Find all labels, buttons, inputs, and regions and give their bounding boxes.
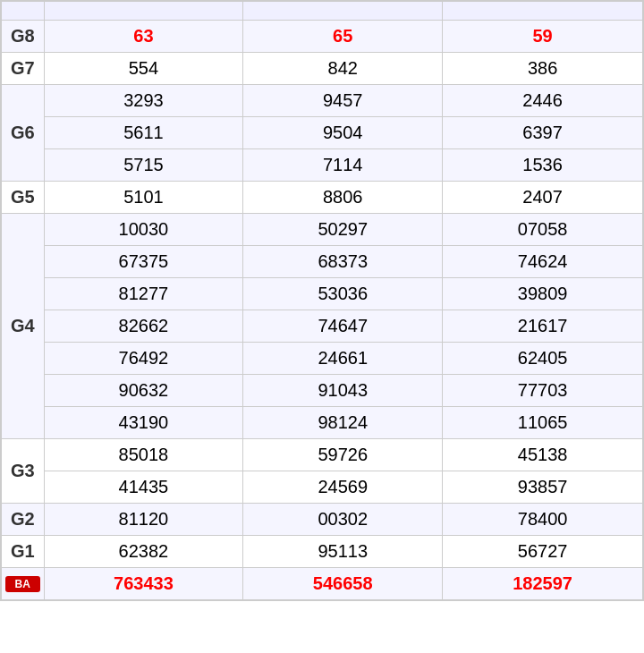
val-g5-1: 5101 [44, 182, 243, 214]
lottery-table: G8 63 65 59 G7 554 842 386 G6 3293 9457 … [0, 0, 644, 601]
val-g6-2-1: 9504 [243, 117, 443, 149]
val-g4-3-1: 74624 [443, 246, 643, 278]
val-g3-3-0: 45138 [443, 439, 643, 471]
val-g3-2-0: 59726 [243, 439, 443, 471]
val-g6-1-0: 3293 [44, 85, 243, 117]
val-g6-2-2: 7114 [243, 149, 443, 182]
val-g6-3-2: 1536 [443, 149, 643, 182]
val-g4-3-4: 62405 [443, 343, 643, 375]
val-g6-1-2: 5715 [44, 149, 243, 182]
val-g8-3: 59 [443, 21, 643, 53]
label-g2: G2 [1, 504, 44, 536]
row-g5: G5 5101 8806 2407 [1, 182, 643, 214]
row-g6-1: 5611 9504 6397 [1, 117, 643, 149]
val-g7-2: 842 [243, 53, 443, 85]
val-g1-2: 95113 [243, 536, 443, 568]
row-g4-1: 67375 68373 74624 [1, 246, 643, 278]
val-g4-2-0: 50297 [243, 214, 443, 246]
row-g6-0: G6 3293 9457 2446 [1, 85, 643, 117]
row-g3-0: G3 85018 59726 45138 [1, 439, 643, 471]
header-row [1, 1, 643, 21]
row-g2: G2 81120 00302 78400 [1, 504, 643, 536]
label-g8: G8 [1, 21, 44, 53]
val-g3-3-1: 93857 [443, 471, 643, 504]
header-can-tho [243, 1, 443, 21]
val-g6-3-0: 2446 [443, 85, 643, 117]
val-g4-3-5: 77703 [443, 375, 643, 407]
row-g6-2: 5715 7114 1536 [1, 149, 643, 182]
row-g3-1: 41435 24569 93857 [1, 471, 643, 504]
val-g7-1: 554 [44, 53, 243, 85]
val-g2-3: 78400 [443, 504, 643, 536]
header-soc-trang [443, 1, 643, 21]
logo-badge: BA [5, 576, 40, 592]
val-g8-1: 63 [44, 21, 243, 53]
label-g3: G3 [1, 439, 44, 504]
val-g4-1-3: 82662 [44, 310, 243, 343]
val-g4-1-2: 81277 [44, 278, 243, 310]
val-g3-2-1: 24569 [243, 471, 443, 504]
val-g1-3: 56727 [443, 536, 643, 568]
val-g4-3-3: 21617 [443, 310, 643, 343]
val-g4-3-6: 11065 [443, 407, 643, 439]
row-g4-5: 90632 91043 77703 [1, 375, 643, 407]
label-g0: BA [1, 568, 44, 601]
val-g4-1-4: 76492 [44, 343, 243, 375]
val-g2-1: 81120 [44, 504, 243, 536]
row-g1: G1 62382 95113 56727 [1, 536, 643, 568]
val-g4-2-5: 91043 [243, 375, 443, 407]
row-g4-6: 43190 98124 11065 [1, 407, 643, 439]
header-label-col [1, 1, 44, 21]
val-g4-2-4: 24661 [243, 343, 443, 375]
val-g5-3: 2407 [443, 182, 643, 214]
row-g0: BA 763433 546658 182597 [1, 568, 643, 601]
val-g4-1-6: 43190 [44, 407, 243, 439]
label-g7: G7 [1, 53, 44, 85]
row-g4-3: 82662 74647 21617 [1, 310, 643, 343]
val-g4-3-0: 07058 [443, 214, 643, 246]
label-g4: G4 [1, 214, 44, 439]
val-g6-1-1: 5611 [44, 117, 243, 149]
val-g0-3: 182597 [443, 568, 643, 601]
label-g6: G6 [1, 85, 44, 182]
row-g8: G8 63 65 59 [1, 21, 643, 53]
val-g4-1-1: 67375 [44, 246, 243, 278]
header-dong-nai [44, 1, 243, 21]
val-g3-1-1: 41435 [44, 471, 243, 504]
label-g5: G5 [1, 182, 44, 214]
val-g4-2-2: 53036 [243, 278, 443, 310]
val-g8-2: 65 [243, 21, 443, 53]
row-g4-4: 76492 24661 62405 [1, 343, 643, 375]
val-g3-1-0: 85018 [44, 439, 243, 471]
val-g4-2-1: 68373 [243, 246, 443, 278]
row-g4-0: G4 10030 50297 07058 [1, 214, 643, 246]
val-g0-1: 763433 [44, 568, 243, 601]
label-g1: G1 [1, 536, 44, 568]
val-g4-1-5: 90632 [44, 375, 243, 407]
row-g4-2: 81277 53036 39809 [1, 278, 643, 310]
val-g2-2: 00302 [243, 504, 443, 536]
val-g4-1-0: 10030 [44, 214, 243, 246]
row-g7: G7 554 842 386 [1, 53, 643, 85]
val-g1-1: 62382 [44, 536, 243, 568]
val-g5-2: 8806 [243, 182, 443, 214]
val-g6-3-1: 6397 [443, 117, 643, 149]
val-g7-3: 386 [443, 53, 643, 85]
val-g0-2: 546658 [243, 568, 443, 601]
val-g4-2-6: 98124 [243, 407, 443, 439]
val-g6-2-0: 9457 [243, 85, 443, 117]
val-g4-2-3: 74647 [243, 310, 443, 343]
val-g4-3-2: 39809 [443, 278, 643, 310]
